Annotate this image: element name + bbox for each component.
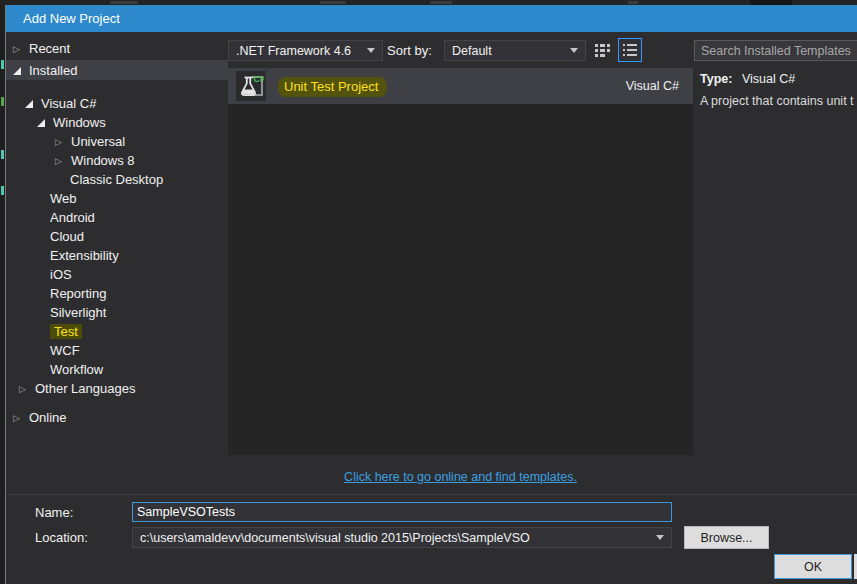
tree-item-label: Classic Desktop — [70, 172, 163, 187]
search-input[interactable] — [694, 40, 857, 61]
expander-collapsed-icon[interactable] — [55, 153, 71, 168]
sidebar-item-ios[interactable]: iOS — [6, 265, 228, 284]
dialog-titlebar[interactable]: Add New Project — [6, 5, 857, 32]
background-tab-mark — [430, 1, 452, 4]
tree-item-label: Online — [29, 410, 67, 425]
go-online-templates-link[interactable]: Click here to go online and find templat… — [344, 470, 577, 484]
tree-item-label: Web — [50, 191, 77, 206]
chevron-down-icon — [656, 535, 664, 540]
expander-collapsed-icon[interactable] — [55, 134, 71, 149]
tree-item-label: Android — [50, 210, 95, 225]
expander-expanded-icon[interactable] — [13, 63, 29, 78]
template-name: Unit Test Project — [278, 79, 387, 94]
background-code-mark — [1, 97, 4, 106]
sidebar-item-extensibility[interactable]: Extensibility — [6, 246, 228, 265]
small-icons-view-icon — [595, 44, 613, 57]
project-name-input[interactable] — [132, 502, 672, 522]
name-label: Name: — [35, 505, 73, 520]
tree-item-label-highlighted: Test — [50, 324, 82, 339]
background-editor-sliver — [0, 0, 5, 584]
sort-by-dropdown-value: Default — [452, 44, 492, 58]
template-list: C# Unit Test Project Visual C# — [228, 68, 693, 455]
sidebar-item-workflow[interactable]: Workflow — [6, 360, 228, 379]
background-tab-mark — [750, 0, 792, 5]
dialog-title: Add New Project — [23, 11, 120, 26]
browse-button-label: Browse... — [700, 531, 752, 545]
small-icons-view-button[interactable] — [594, 40, 614, 61]
sidebar-item-online[interactable]: Online — [6, 408, 228, 427]
sidebar-item-silverlight[interactable]: Silverlight — [6, 303, 228, 322]
sidebar-item-windows-8[interactable]: Windows 8 — [6, 151, 228, 170]
sidebar-item-cloud[interactable]: Cloud — [6, 227, 228, 246]
sidebar-item-wcf[interactable]: WCF — [6, 341, 228, 360]
sidebar-item-installed[interactable]: Installed — [6, 60, 228, 80]
background-tab-mark — [320, 1, 346, 4]
sidebar-item-web[interactable]: Web — [6, 189, 228, 208]
list-view-button[interactable] — [618, 38, 642, 62]
tree-item-label: Silverlight — [50, 305, 106, 320]
sidebar-item-universal[interactable]: Universal — [6, 132, 228, 151]
sidebar-item-recent[interactable]: Recent — [6, 38, 228, 58]
project-form: Name: Location: c:\users\amaldevv\docume… — [6, 494, 857, 584]
sidebar-item-other-languages[interactable]: Other Languages — [6, 379, 228, 398]
sidebar-item-classic-desktop[interactable]: Classic Desktop — [6, 170, 228, 189]
sidebar-item-android[interactable]: Android — [6, 208, 228, 227]
add-new-project-dialog: Add New Project Recent Installed Visual … — [5, 5, 857, 584]
chevron-down-icon — [367, 48, 375, 53]
svg-text:C#: C# — [254, 74, 265, 84]
template-category-tree: Recent Installed Visual C# Windows Unive… — [6, 32, 228, 494]
tree-item-label: Windows — [53, 115, 106, 130]
tree-item-label: Workflow — [50, 362, 103, 377]
template-details-panel: Type: Visual C# A project that contains … — [700, 68, 857, 108]
expander-expanded-icon[interactable] — [37, 115, 53, 130]
tree-item-label: Reporting — [50, 286, 106, 301]
type-label: Type: — [700, 72, 732, 86]
chevron-down-icon — [570, 48, 578, 53]
tree-item-label: Universal — [71, 134, 125, 149]
dialog-content: Recent Installed Visual C# Windows Unive… — [6, 32, 857, 584]
background-code-mark — [1, 150, 4, 159]
template-language: Visual C# — [626, 79, 693, 93]
background-code-mark — [1, 186, 4, 195]
background-code-mark — [1, 60, 4, 69]
location-dropdown[interactable]: c:\users\amaldevv\documents\visual studi… — [132, 527, 672, 548]
tree-item-label: Other Languages — [35, 381, 135, 396]
tree-item-label: Recent — [29, 41, 70, 56]
sort-by-label: Sort by: — [387, 43, 432, 58]
tree-item-label: Visual C# — [41, 96, 96, 111]
tree-item-label: Extensibility — [50, 248, 119, 263]
template-row-unit-test-project[interactable]: C# Unit Test Project Visual C# — [228, 68, 693, 104]
tree-item-label: Windows 8 — [71, 153, 135, 168]
template-description: A project that contains unit t — [700, 94, 857, 108]
location-dropdown-value: c:\users\amaldevv\documents\visual studi… — [140, 531, 530, 545]
sidebar-item-reporting[interactable]: Reporting — [6, 284, 228, 303]
sidebar-item-visual-csharp[interactable]: Visual C# — [6, 94, 228, 113]
background-tab-mark — [628, 1, 638, 4]
template-name-highlight: Unit Test Project — [278, 77, 387, 97]
background-window-top-sliver — [0, 0, 857, 5]
framework-dropdown[interactable]: .NET Framework 4.6 — [228, 40, 383, 61]
tree-item-label: WCF — [50, 343, 80, 358]
expander-collapsed-icon[interactable] — [13, 410, 29, 425]
tree-item-label: iOS — [50, 267, 72, 282]
ok-button[interactable]: OK — [774, 554, 852, 579]
sort-by-dropdown[interactable]: Default — [444, 40, 586, 61]
expander-collapsed-icon[interactable] — [19, 381, 35, 396]
sidebar-item-windows[interactable]: Windows — [6, 113, 228, 132]
type-value: Visual C# — [742, 72, 795, 86]
tree-item-label: Cloud — [50, 229, 84, 244]
background-tab-mark — [110, 1, 138, 4]
ok-button-label: OK — [804, 560, 822, 574]
expander-collapsed-icon[interactable] — [13, 41, 29, 56]
location-label: Location: — [35, 530, 88, 545]
sidebar-item-test[interactable]: Test — [6, 322, 228, 341]
list-view-icon — [623, 44, 637, 56]
browse-button[interactable]: Browse... — [684, 526, 769, 549]
tree-item-label: Installed — [29, 63, 77, 78]
csharp-unit-test-flask-icon: C# — [236, 71, 266, 101]
framework-dropdown-value: .NET Framework 4.6 — [236, 44, 351, 58]
expander-expanded-icon[interactable] — [25, 96, 41, 111]
